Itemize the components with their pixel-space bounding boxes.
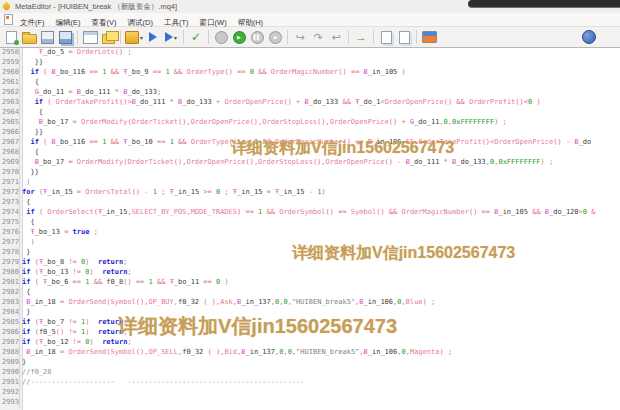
code-text[interactable]: { [20,108,43,118]
menu-item-3[interactable]: 调试(D) [128,18,153,27]
menu-item-2[interactable]: 查看(V) [92,18,117,27]
split-window-button[interactable] [82,29,98,46]
code-text[interactable]: if ( Ƀ_bo_116 == 1 && Ŧ_bo_9 == 1 && Ord… [20,68,406,78]
line-number: 2977 [0,238,20,248]
line-number: 2974 [0,208,20,218]
print-preview-button[interactable] [396,29,412,46]
code-text[interactable]: if (Ŧ_bo_12 != 0) return; [20,338,132,348]
code-text[interactable]: ) [20,238,35,248]
open-terminal-button[interactable] [421,29,437,46]
mql-wizard-button[interactable]: ▾ [125,29,143,46]
line-number: 2968 [0,148,20,158]
line-number: 2966 [0,128,20,138]
code-text[interactable]: if (Ŧ_bo_13 != 0) return; [20,268,132,278]
step-over-button[interactable]: ↷ [310,29,326,46]
code-text[interactable]: } [20,308,30,318]
menu-item-6[interactable]: 帮助(H) [238,18,263,27]
code-text[interactable]: }} [20,128,43,138]
code-line: 2961 { [0,78,620,88]
code-text[interactable]: ) [20,178,30,188]
code-line: 2983 Ƀ_in_18 = OrderSend(Symbol(),OP_BUY… [0,298,620,308]
settings-gear-icon[interactable] [582,30,596,44]
code-text[interactable]: { [20,148,39,158]
code-text[interactable]: if (Ŧ_bo_8 != 0) return; [20,258,127,268]
line-number: 2960 [0,68,20,78]
code-text[interactable]: { [20,198,30,208]
code-text[interactable]: Ƀ_bo_17 = OrderModify(OrderTicket(),Orde… [20,158,553,168]
code-line: 2990//f0_28 [0,368,620,378]
debug-pause-button[interactable]: ▌▌ [249,29,265,46]
toolbar-separator [287,30,288,44]
code-text[interactable]: Ƀ_in_18 = OrderSend(Symbol(),OP_SELL,f0_… [20,348,452,358]
code-line: 2964 { [0,108,620,118]
line-number: 2978 [0,248,20,258]
code-text[interactable] [20,388,22,398]
toolbar-separator [348,30,349,44]
compile-button[interactable]: ✓ [188,29,204,46]
code-line: 2960 if ( Ƀ_bo_116 == 1 && Ŧ_bo_9 == 1 &… [0,68,620,78]
menu-item-5[interactable]: 窗口(W) [200,18,227,27]
code-text[interactable]: if ( Ŧ_bo_6 == 1 && f0_8() == 1 && Ŧ_bo_… [20,278,229,288]
styler-button[interactable] [145,29,161,46]
copy-document-button[interactable] [378,29,394,46]
debug-start-button[interactable] [213,29,229,46]
line-number: 2987 [0,338,20,348]
code-text[interactable]: for (Ŧ_in_15 = OrdersTotal() - 1 ; Ŧ_in_… [20,188,326,198]
code-text[interactable]: Ǥ_do_11 = Ƀ_do_111 * Ƀ_do_133; [20,88,161,98]
line-number: 2958 [0,48,20,58]
line-number: 2970 [0,168,20,178]
code-text[interactable]: } [20,358,26,368]
code-line: 2992 [0,388,620,398]
code-text[interactable]: if ( OrderTakeProfit()>Ƀ_do_111 * Ƀ_do_1… [20,98,541,108]
line-number: 2979 [0,258,20,268]
code-line: 2971 ) [0,178,620,188]
line-number: 2964 [0,108,20,118]
code-text[interactable] [20,398,22,408]
toolbar-separator [77,30,78,44]
code-line: 2975 { [0,218,620,228]
chevron-down-icon: ▾ [174,34,177,41]
save-button[interactable] [39,29,55,46]
line-number: 2981 [0,278,20,288]
code-text[interactable]: { [20,288,30,298]
code-line: 2981if ( Ŧ_bo_6 == 1 && f0_8() == 1 && Ŧ… [0,278,620,288]
step-out-button[interactable]: ↩ [328,29,344,46]
line-number: 2971 [0,178,20,188]
code-text[interactable]: Ƀ_in_18 = OrderSend(Symbol(),OP_BUY,f0_3… [20,298,435,308]
code-text[interactable]: }} [20,58,43,68]
step-into-button[interactable]: ↪ [292,29,308,46]
code-text[interactable]: { [20,78,39,88]
debug-continue-button[interactable]: ▶ [231,29,247,46]
code-text[interactable]: } [20,248,30,258]
code-text[interactable]: Ƀ_bo_17 = OrderModify(OrderTicket(),Orde… [20,118,507,128]
menu-item-4[interactable]: 工具(T) [164,18,189,27]
menu-item-1[interactable]: 编辑(E) [56,18,81,27]
menu-bar: 文件(F)编辑(E)查看(V)调试(D)工具(T)窗口(W)帮助(H) [0,13,620,27]
code-text[interactable]: if ( OrderSelect(Ŧ_in_15,SELECT_BY_POS,M… [20,208,595,218]
open-file-button[interactable] [21,29,37,46]
styler-options-button[interactable]: ▾ [163,29,179,46]
toolbar-separator [183,30,184,44]
code-text[interactable]: Ŧ_do_5 = OrderLots() ; [20,48,132,58]
code-editor[interactable]: 2958 Ŧ_do_5 = OrderLots() ;2959 }}2960 i… [0,48,620,410]
debug-stop-button[interactable]: ■ [267,29,283,46]
new-file-button[interactable] [3,29,19,46]
watermark-text-1: 详细资料加V信jin15602567473 [292,243,515,264]
menu-item-0[interactable]: 文件(F) [20,18,45,27]
run-to-cursor-button[interactable]: → [353,29,369,46]
line-number: 2967 [0,138,20,148]
code-line: 2976 Ŧ_bo_13 = true ; [0,228,620,238]
cascade-windows-button[interactable] [100,29,116,46]
code-text[interactable]: if (f0_5() != 1) return; [20,328,127,338]
code-text[interactable]: //f0_28 [20,368,52,378]
line-number: 2972 [0,188,20,198]
code-text[interactable]: //-------------------- -----------------… [20,378,304,388]
code-text[interactable]: Ŧ_bo_13 = true ; [20,228,98,238]
code-text[interactable]: if (Ŧ_bo_7 != 1) return; [20,318,127,328]
save-all-button[interactable] [57,29,73,46]
line-number: 2985 [0,318,20,328]
line-number: 2969 [0,158,20,168]
toolbar-separator [208,30,209,44]
code-text[interactable]: }} [20,168,39,178]
code-text[interactable]: { [20,218,35,228]
